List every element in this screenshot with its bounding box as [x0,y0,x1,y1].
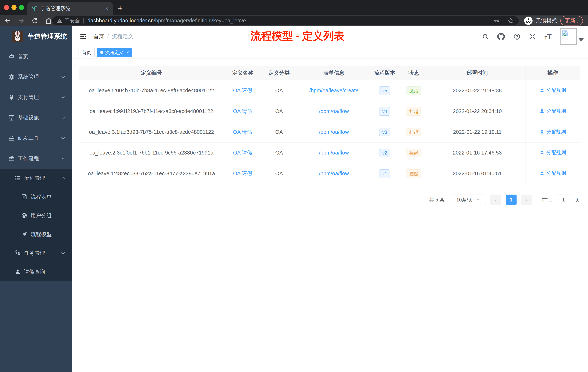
definition-name-link[interactable]: OA 请假 [233,129,252,135]
column-header-deploy-time: 部署时间 [429,69,525,77]
toolbox-icon [8,135,15,142]
window-close-button[interactable] [4,5,9,10]
category-cell: OA [261,150,297,156]
form-info-link[interactable]: /bpm/oa/flow [319,150,349,156]
goto-page-input[interactable] [555,195,572,205]
sidebar-item-process-model[interactable]: 流程模型 [0,225,72,244]
goto-label: 前往 [542,197,552,203]
app-navbar: 首页 / 流程定义 流程模型 - 定义列表 TT [72,26,588,47]
sidebar-item-process-form[interactable]: 流程表单 [0,187,72,206]
fullscreen-icon[interactable] [529,33,536,40]
dashboard-icon [8,53,15,60]
form-info-link[interactable]: /bpm/oa/flow [319,171,349,176]
window-zoom-button[interactable] [19,5,24,10]
fixed-column-divider [525,66,525,184]
search-icon[interactable] [482,33,489,40]
page-unit-label: 页 [575,197,580,203]
page-size-select[interactable]: 10条/页 [450,195,486,205]
total-count-label: 共 5 条 [429,197,444,203]
assign-rule-button[interactable]: 分配规则 [539,87,566,94]
definition-id-cell: oa_leave:2:3c1f0ef1-76b1-11ec-9c66-a2380… [79,150,224,156]
definition-name-link[interactable]: OA 请假 [233,88,252,93]
avatar-dropdown-caret-icon[interactable] [578,38,584,41]
column-header-id: 定义编号 [79,69,224,77]
form-info-link[interactable]: /bpm/oa/leave/create [309,88,358,93]
new-tab-button[interactable]: + [118,4,123,13]
tag-home[interactable]: 首页 [79,48,94,57]
avatar[interactable] [560,28,577,45]
definition-name-link[interactable]: OA 请假 [233,171,252,176]
assign-rule-button[interactable]: 分配规则 [539,108,566,114]
sidebar-item-task-management[interactable]: 任务管理 [0,244,72,263]
url-host: dashboard.yudao.iocoder.cn [87,18,154,23]
bookmark-star-icon[interactable] [507,17,514,24]
security-label[interactable]: 不安全 [64,17,80,24]
form-info-link[interactable]: /bpm/oa/flow [319,129,349,135]
broken-image-icon [561,30,569,37]
reload-icon[interactable] [32,17,38,24]
incognito-label: 无痕模式 [536,17,557,24]
tree-list-icon [15,175,21,181]
home-icon[interactable] [45,17,52,24]
favicon-seedling-icon [32,6,37,11]
chevron-down-icon [61,115,65,120]
browser-menu-icon[interactable] [578,19,578,23]
prev-page-button[interactable]: ‹ [490,195,501,205]
breadcrumb-home[interactable]: 首页 [94,33,104,40]
github-icon[interactable] [497,33,505,40]
sidebar-item-user-group[interactable]: 用户分组 [0,206,72,225]
sidebar-logo[interactable]: 芋道管理系统 [0,26,72,46]
deploy-time-cell: 2022-01-22 21:48:38 [429,88,525,94]
briefcase-icon [8,155,15,162]
deploy-time-cell: 2022-01-22 19:19:11 [429,129,525,135]
next-page-button[interactable]: › [521,195,532,205]
sidebar-item-home[interactable]: 首页 [0,46,72,67]
gear-icon [8,74,15,80]
table-row: oa_leave:5:004b710b-7b8a-11ec-8ef0-acde4… [79,80,580,101]
status-badge: 挂起 [406,169,421,178]
user-icon [539,129,545,134]
column-header-version: 流程版本 [371,69,399,77]
chevron-up-icon [61,156,65,161]
tag-process-definition[interactable]: 流程定义 × [97,48,132,57]
table-row: oa_leave:3:1fad3d93-7b75-11ec-a3c8-acde4… [79,122,580,142]
assign-rule-button[interactable]: 分配规则 [539,129,566,135]
window-minimize-button[interactable] [11,5,17,10]
help-icon[interactable] [513,33,521,40]
assign-rule-button[interactable]: 分配规则 [539,149,566,156]
version-badge: v4 [379,107,390,116]
definition-id-cell: oa_leave:5:004b710b-7b8a-11ec-8ef0-acde4… [79,88,224,94]
paper-plane-icon [21,231,28,238]
status-badge: 挂起 [406,128,421,136]
chrome-update-button[interactable]: 更新 [560,16,583,25]
font-size-icon[interactable]: TT [545,33,552,40]
tab-close-icon[interactable]: × [105,6,108,11]
back-icon[interactable] [4,17,11,24]
current-page-button[interactable]: 1 [506,195,516,205]
address-bar[interactable]: 不安全 dashboard.yudao.iocoder.cn/bpm/manag… [52,16,519,25]
sidebar-item-devtools[interactable]: 研发工具 [0,128,72,148]
sidebar-item-process-management[interactable]: 流程管理 [0,169,72,187]
chevron-down-icon [476,199,479,201]
assign-rule-button[interactable]: 分配规则 [539,170,566,176]
tag-close-icon[interactable]: × [126,50,129,55]
sidebar-item-leave-query[interactable]: 请假查询 [0,263,72,281]
column-header-form: 表单信息 [297,69,371,77]
url-text[interactable]: dashboard.yudao.iocoder.cn/bpm/manager/d… [87,18,246,24]
sidebar-item-infrastructure[interactable]: 基础设施 [0,108,72,128]
definition-name-link[interactable]: OA 请假 [233,108,252,114]
column-header-status: 状态 [399,69,429,77]
deploy-time-cell: 2022-01-16 17:46:53 [429,150,525,156]
sidebar-item-workflow[interactable]: 工作流程 [0,148,72,169]
breadcrumb-separator: / [107,34,109,40]
sidebar-item-system[interactable]: 系统管理 [0,67,72,87]
sidebar-item-payment[interactable]: ¥ 支付管理 [0,87,72,108]
chevron-down-icon [61,251,65,255]
hamburger-icon[interactable] [79,32,88,41]
form-info-link[interactable]: /bpm/oa/flow [319,108,349,114]
forward-icon[interactable] [18,17,25,24]
password-key-icon[interactable] [493,18,499,24]
definition-name-link[interactable]: OA 请假 [233,150,252,156]
user-icon [539,150,545,155]
browser-tab[interactable]: 芋道管理系统 × [27,2,113,15]
